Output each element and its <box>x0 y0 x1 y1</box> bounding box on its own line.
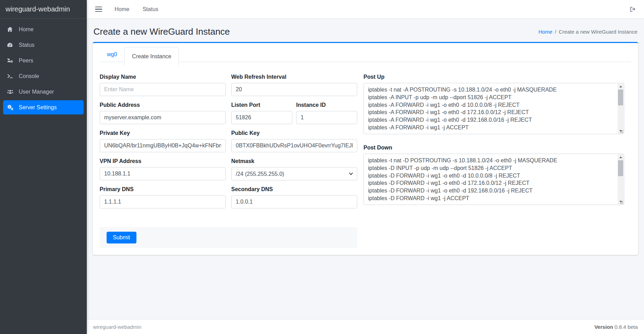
content-area: Create a new WireGuard Instance Home/Cre… <box>87 19 644 319</box>
netmask-select[interactable]: /24 (255.255.255.0) <box>231 167 357 180</box>
config-line: iptables -A INPUT -p udp -m udp --dport … <box>368 94 615 101</box>
scroll-up-icon[interactable] <box>618 84 624 89</box>
logout-icon[interactable] <box>629 6 636 12</box>
config-line: iptables -D INPUT -p udp -m udp --dport … <box>368 164 615 172</box>
sidebar-item-home[interactable]: Home <box>3 22 84 36</box>
scrollbar-thumb[interactable] <box>618 160 623 176</box>
post-down-label: Post Down <box>363 145 624 151</box>
breadcrumb-home-link[interactable]: Home <box>538 29 552 35</box>
sidebar-toggle-icon[interactable] <box>95 7 102 12</box>
sidebar-item-server-settings[interactable]: Server Settings <box>3 100 84 114</box>
primary-dns-field: Primary DNS <box>100 186 226 208</box>
gauge-icon <box>7 42 16 48</box>
sidebar-item-label: Status <box>19 42 34 48</box>
config-line: iptables -D FORWARD -i wg1 -j ACCEPT <box>368 195 615 202</box>
post-down-field: Post Down iptables -t nat -D POSTROUTING… <box>363 145 624 205</box>
breadcrumb-current: Create a new WireGuard Instance <box>559 29 637 35</box>
public-address-label: Public Address <box>100 102 226 108</box>
breadcrumb: Home/Create a new WireGuard Instance <box>538 29 637 35</box>
instance-id-label: Instance ID <box>296 102 357 108</box>
private-key-field: Private Key <box>100 130 226 152</box>
public-key-field: Public Key <box>231 130 357 152</box>
scrollbar[interactable] <box>618 154 624 204</box>
sidebar: wireguard-webadmin Home Status <box>0 0 87 334</box>
users-gear-icon <box>7 57 16 64</box>
scroll-up-icon[interactable] <box>618 154 624 160</box>
sidebar-item-label: Server Settings <box>19 104 57 111</box>
post-up-label: Post Up <box>363 74 624 80</box>
instance-card: wg0 Create Instance Display Name Web Ref… <box>93 42 638 255</box>
vpn-ip-field: VPN IP Address <box>100 158 226 180</box>
brand-title[interactable]: wireguard-webadmin <box>0 0 87 19</box>
sidebar-item-label: User Manager <box>19 89 54 95</box>
sidebar-item-status[interactable]: Status <box>3 38 84 52</box>
terminal-icon <box>7 73 16 79</box>
home-icon <box>7 26 16 33</box>
public-address-field: Public Address <box>100 102 226 124</box>
post-down-textarea[interactable]: iptables -t nat -D POSTROUTING -s 10.188… <box>363 154 624 205</box>
instance-id-input[interactable] <box>296 111 357 124</box>
listen-port-field: Listen Port <box>231 102 292 124</box>
config-line: iptables -A FORWARD -i wg1 -o eth0 -d 10… <box>368 101 615 109</box>
scrollbar[interactable] <box>618 84 624 134</box>
config-line: iptables -A FORWARD -i wg1 -o eth0 -d 19… <box>368 116 615 124</box>
config-line: iptables -A FORWARD -i wg1 -o eth0 -d 17… <box>368 109 615 116</box>
sidebar-item-label: Home <box>19 26 34 33</box>
display-name-label: Display Name <box>100 74 226 80</box>
display-name-field: Display Name <box>100 74 226 96</box>
post-up-textarea[interactable]: iptables -t nat -A POSTROUTING -s 10.188… <box>363 83 624 134</box>
primary-dns-input[interactable] <box>100 195 226 208</box>
web-refresh-interval-input[interactable] <box>231 83 357 96</box>
tab-wg0[interactable]: wg0 <box>100 47 124 62</box>
private-key-label: Private Key <box>100 130 226 136</box>
page-title: Create a new WireGuard Instance <box>93 26 230 37</box>
sidebar-item-console[interactable]: Console <box>3 69 84 83</box>
listen-port-label: Listen Port <box>231 102 292 108</box>
config-line: iptables -t nat -D POSTROUTING -s 10.188… <box>368 157 615 164</box>
secondary-dns-field: Secondary DNS <box>231 186 357 208</box>
vpn-ip-input[interactable] <box>100 167 226 180</box>
page-footer: wireguard-webadmin Version 0.8.4 beta <box>87 319 644 334</box>
gears-icon <box>7 104 16 111</box>
sidebar-item-user-manager[interactable]: User Manager <box>3 85 84 99</box>
config-line: iptables -t nat -A POSTROUTING -s 10.188… <box>368 86 615 94</box>
footer-brand: wireguard-webadmin <box>93 324 141 330</box>
display-name-input[interactable] <box>100 83 226 96</box>
netmask-label: Netmask <box>231 158 357 164</box>
vpn-ip-label: VPN IP Address <box>100 158 226 164</box>
instance-tabs: wg0 Create Instance <box>100 47 631 66</box>
instance-id-field: Instance ID <box>296 102 357 124</box>
public-address-input[interactable] <box>100 111 226 124</box>
secondary-dns-input[interactable] <box>231 195 357 208</box>
users-icon <box>7 88 16 95</box>
public-key-input[interactable] <box>231 139 357 152</box>
listen-port-input[interactable] <box>231 111 292 124</box>
config-line: iptables -A FORWARD -i wg1 -j ACCEPT <box>368 124 615 131</box>
submit-button[interactable]: Submit <box>107 232 136 243</box>
sidebar-item-label: Console <box>19 73 39 79</box>
footer-version: Version 0.8.4 beta <box>594 324 638 330</box>
top-navbar: Home Status <box>87 0 644 19</box>
submit-strip: Submit <box>100 227 357 248</box>
sidebar-item-label: Peers <box>19 58 33 64</box>
private-key-input[interactable] <box>100 139 226 152</box>
public-key-label: Public Key <box>231 130 357 136</box>
post-up-field: Post Up iptables -t nat -A POSTROUTING -… <box>363 74 624 134</box>
config-line: iptables -D FORWARD -i wg1 -o eth0 -d 17… <box>368 179 615 187</box>
sidebar-nav: Home Status <box>0 19 87 114</box>
primary-dns-label: Primary DNS <box>100 186 226 192</box>
netmask-field: Netmask /24 (255.255.255.0) <box>231 158 357 180</box>
scrollbar-thumb[interactable] <box>618 89 623 105</box>
config-line: iptables -D FORWARD -i wg1 -o eth0 -d 19… <box>368 187 615 195</box>
topnav-link-status[interactable]: Status <box>143 6 158 12</box>
web-refresh-interval-field: Web Refresh Interval <box>231 74 357 96</box>
config-line: iptables -D FORWARD -i wg1 -o eth0 -d 10… <box>368 172 615 180</box>
tab-create-instance[interactable]: Create Instance <box>124 47 179 66</box>
secondary-dns-label: Secondary DNS <box>231 186 357 192</box>
topnav-link-home[interactable]: Home <box>115 6 129 12</box>
sidebar-item-peers[interactable]: Peers <box>3 53 84 68</box>
web-refresh-interval-label: Web Refresh Interval <box>231 74 357 80</box>
